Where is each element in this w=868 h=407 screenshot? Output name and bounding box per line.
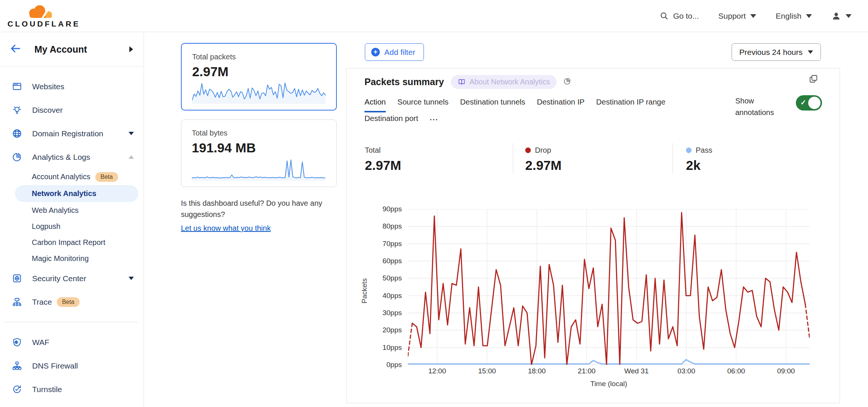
network-tree-icon [12,361,22,371]
sidebar-item-websites[interactable]: Websites [0,75,144,98]
sidebar-item-analytics-logs[interactable]: Analytics & Logs [0,145,144,169]
caret-down-icon [129,277,134,280]
cloudflare-cloud-icon [22,4,57,20]
account-menu[interactable] [831,11,852,21]
panel-title: Packets summary [364,77,444,87]
sidebar-item-turnstile[interactable]: Turnstile [0,378,144,401]
sidebar-item-label: Carbon Impact Report [32,238,105,247]
account-header: My Account [0,32,144,66]
stat-label: Total [365,146,401,155]
pie-chart-icon [12,152,22,162]
tab-destination-ip-range[interactable]: Destination IP range [596,97,665,112]
book-icon [458,78,466,86]
sidebar-item-label: WAF [32,338,49,347]
sidebar-divider [4,322,138,322]
y-tick-label: 20pps [382,326,402,334]
expand-panel-icon[interactable] [809,74,818,85]
y-tick-label: 60pps [382,257,402,265]
sidebar-item-carbon-impact-report[interactable]: Carbon Impact Report [0,234,144,251]
back-arrow-icon[interactable] [10,43,21,56]
show-annotations-toggle[interactable]: ✓ [796,95,822,111]
sidebar-nav: WebsitesDiscoverDomain RegistrationAnaly… [0,66,144,407]
stat-value: 2.97M [365,158,401,173]
y-axis-labels: 0pps10pps20pps30pps40pps50pps60pps70pps8… [367,209,405,365]
sidebar-item-waf[interactable]: WAF [0,330,144,354]
language-label: English [776,12,801,21]
show-annotations-label: Show annotations [735,95,783,118]
sidebar-item-label: Magic Monitoring [32,254,89,263]
plus-icon: + [371,48,380,56]
sidebar-item-label: Account Analytics [32,173,90,181]
about-network-analytics-badge[interactable]: About Network Analytics [451,75,557,89]
search-icon [660,12,669,21]
tab-destination-tunnels[interactable]: Destination tunnels [460,97,525,112]
sidebar-item-label: Domain Registration [32,129,103,138]
total-bytes-card[interactable]: Total bytes 191.94 MB [181,119,337,187]
overview-column: Total packets 2.97M Total bytes 191.94 M… [144,32,346,407]
caret-up-icon [129,155,134,159]
y-tick-label: 10pps [382,344,402,352]
sidebar-item-label: Analytics & Logs [32,153,90,162]
chevron-right-icon[interactable] [129,46,133,52]
support-label: Support [718,12,746,21]
stat-value: 2.97M [525,158,561,173]
lightbulb-icon [12,105,22,115]
feedback-link[interactable]: Let us know what you think [181,223,271,234]
trace-icon [12,297,22,307]
stat-value: 2k [686,158,712,173]
x-tick-label: 15:00 [478,367,496,375]
packets-chart [408,209,810,365]
shield-gear-icon [12,337,22,347]
caret-down-icon [129,132,134,135]
sidebar-item-web-analytics[interactable]: Web Analytics [0,202,144,218]
tab-source-tunnels[interactable]: Source tunnels [397,97,449,112]
sidebar-item-label: Websites [32,82,64,91]
sidebar-item-magic-monitoring[interactable]: Magic Monitoring [0,251,144,267]
sidebar-item-security-center[interactable]: Security Center [0,267,144,290]
main-content: + Add filter Previous 24 hours Packets s… [346,32,868,407]
brand-wordmark: CLOUDFLARE [7,19,80,28]
caret-down-icon [750,14,756,18]
y-tick-label: 80pps [382,222,402,230]
sidebar: My Account WebsitesDiscoverDomain Regist… [0,32,144,407]
y-tick-label: 50pps [382,274,402,282]
time-range-dropdown[interactable]: Previous 24 hours [732,43,821,61]
support-menu[interactable]: Support [718,12,757,21]
go-to-search[interactable]: Go to... [660,12,699,21]
stat-pass: Pass2k [686,146,712,173]
feedback-text: Is this dashboard useful? Do you have an… [181,199,322,218]
language-menu[interactable]: English [776,12,812,21]
feedback-block: Is this dashboard useful? Do you have an… [181,198,350,234]
tab-destination-port[interactable]: Destination port [364,114,418,127]
sidebar-item-discover[interactable]: Discover [0,98,144,122]
sidebar-item-dns-firewall[interactable]: DNS Firewall [0,354,144,378]
stat-label: Drop [525,146,561,155]
total-packets-card[interactable]: Total packets 2.97M [181,43,337,111]
globe-icon [12,128,22,139]
card-value: 191.94 MB [192,140,326,155]
card-value: 2.97M [192,64,326,79]
cloudflare-logo: CLOUDFLARE [7,4,80,28]
sidebar-item-label: Trace [32,298,52,307]
add-filter-button[interactable]: + Add filter [365,43,424,61]
safe-icon [12,273,22,283]
sidebar-item-network-analytics[interactable]: Network Analytics [15,185,138,202]
pie-chart-icon [563,77,571,87]
tab-action[interactable]: Action [364,97,386,112]
card-label: Total bytes [192,129,326,137]
user-icon [831,11,841,21]
x-tick-label: 12:00 [428,367,446,375]
y-tick-label: 90pps [382,205,402,213]
caret-down-icon [806,14,812,18]
tab-destination-ip[interactable]: Destination IP [537,97,585,112]
caret-down-icon [808,50,813,54]
bytes-sparkline [192,158,326,181]
sidebar-item-domain-registration[interactable]: Domain Registration [0,122,144,145]
tabs-row-2: Destination port... [364,113,438,128]
y-tick-label: 0pps [387,361,402,369]
sidebar-item-trace[interactable]: TraceBeta [0,290,144,314]
sidebar-item-logpush[interactable]: Logpush [0,218,144,234]
more-tabs-button[interactable]: ... [430,113,438,128]
stat-drop: Drop2.97M [525,146,561,173]
sidebar-item-account-analytics[interactable]: Account AnalyticsBeta [0,169,144,185]
